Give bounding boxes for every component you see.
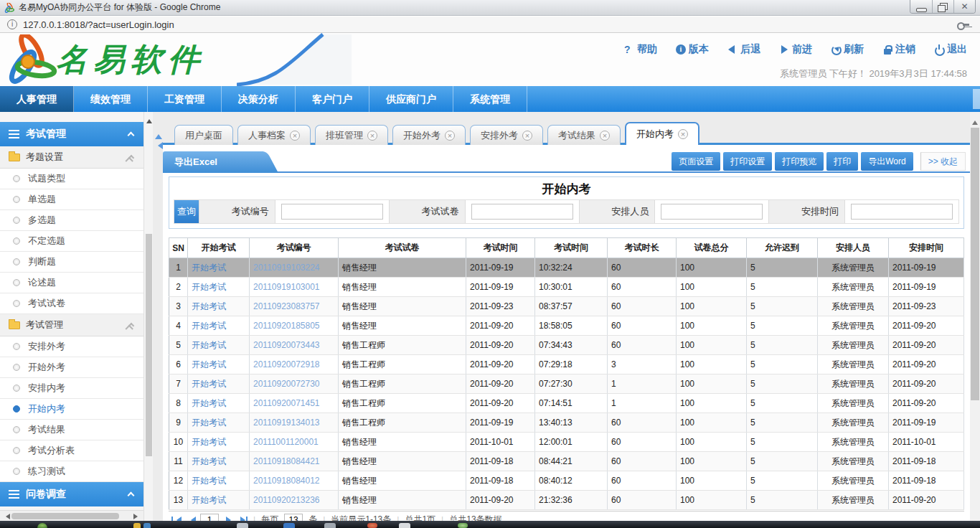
start-exam-link[interactable]: 开始考试 <box>192 456 226 466</box>
start-exam-link[interactable]: 开始考试 <box>192 418 226 428</box>
taskbar-icon[interactable] <box>283 523 295 528</box>
exam-no-link[interactable]: 20110918084012 <box>253 476 320 486</box>
start-exam-link[interactable]: 开始考试 <box>192 495 226 505</box>
sidebar-item[interactable]: 多选题 <box>0 210 143 231</box>
scroll-right-arrow-icon[interactable] <box>133 514 141 519</box>
sidebar-horizontal-scrollbar[interactable] <box>0 510 143 521</box>
tab-close-icon[interactable] <box>445 131 455 141</box>
table-row[interactable]: 2 开始考试 20110919103001 销售经理 2011-09-19 10… <box>169 278 964 297</box>
collapse-toolbar-button[interactable]: >> 收起 <box>920 152 966 171</box>
start-exam-link[interactable]: 开始考试 <box>192 263 226 273</box>
sidebar-item[interactable]: 考试管理 <box>0 122 143 146</box>
exit-link[interactable]: 退出 <box>934 43 967 56</box>
taskbar-icon[interactable] <box>458 523 468 528</box>
table-row[interactable]: 11 开始考试 20110918084421 销售经理 2011-09-18 0… <box>169 452 964 471</box>
sidebar-item[interactable]: 开始外考 <box>0 357 143 378</box>
exam-no-link[interactable]: 20110919134013 <box>253 418 320 428</box>
scrollbar-thumb[interactable] <box>11 513 119 519</box>
exam-no-link[interactable]: 20111001120001 <box>253 437 319 447</box>
start-exam-link[interactable]: 开始考试 <box>192 359 226 369</box>
nav-tab[interactable]: 系统管理 <box>453 86 527 112</box>
toolbar-button[interactable]: 打印设置 <box>723 152 772 171</box>
workspace-tab[interactable]: 用户桌面 <box>174 125 233 145</box>
forward-link[interactable]: 前进 <box>779 43 812 56</box>
panel-splitter[interactable] <box>153 112 163 521</box>
exam-no-link[interactable]: 20110920073443 <box>253 340 320 350</box>
scrollbar-thumb[interactable] <box>971 128 979 400</box>
sidebar-item[interactable]: 单选题 <box>0 189 143 210</box>
scroll-left-arrow-icon[interactable] <box>3 514 10 519</box>
tab-close-icon[interactable] <box>522 131 532 141</box>
exam-no-link[interactable]: 20110920185805 <box>253 321 320 331</box>
taskbar-icon[interactable] <box>399 523 410 528</box>
minimize-button[interactable] <box>910 0 932 13</box>
refresh-link[interactable]: 刷新 <box>831 43 864 56</box>
help-link[interactable]: 帮助 <box>624 43 657 56</box>
table-row[interactable]: 8 开始考试 20110920071451 销售工程师 2011-09-20 0… <box>169 394 964 413</box>
tab-close-icon[interactable] <box>290 131 300 141</box>
taskbar-icon[interactable] <box>367 523 377 528</box>
url-text[interactable]: 127.0.0.1:8018/?act=userLogin.login <box>23 19 174 30</box>
sidebar-item[interactable]: 安排内考 <box>0 378 143 399</box>
table-row[interactable]: 7 开始考试 20110920072730 销售工程师 2011-09-20 0… <box>169 374 964 394</box>
exam-no-link[interactable]: 20110920071451 <box>253 398 320 408</box>
table-row[interactable]: 3 开始考试 20110923083757 销售经理 2011-09-23 08… <box>169 297 964 316</box>
table-row[interactable]: 10 开始考试 20111001120001 销售经理 2011-10-01 1… <box>169 433 964 452</box>
sidebar-item[interactable]: 考试管理 <box>0 314 143 336</box>
nav-tab[interactable]: 绩效管理 <box>74 86 148 112</box>
search-button[interactable]: 查询 <box>174 200 199 223</box>
exam-no-link[interactable]: 20110918084421 <box>253 456 320 466</box>
page-vertical-scrollbar[interactable] <box>970 112 980 521</box>
chevron-up-icon[interactable] <box>128 492 135 499</box>
back-link[interactable]: 后退 <box>727 43 760 56</box>
scroll-up-arrow-icon[interactable] <box>146 116 152 123</box>
sidebar-item[interactable]: 考试试卷 <box>0 293 143 314</box>
table-row[interactable]: 12 开始考试 20110918084012 销售经理 2011-09-18 0… <box>169 471 964 491</box>
splitter-up-arrow-icon[interactable] <box>155 131 162 139</box>
workspace-tab[interactable]: 考试结果 <box>547 125 621 145</box>
chevron-up-icon[interactable] <box>128 132 135 139</box>
version-link[interactable]: 版本 <box>676 43 709 56</box>
tab-close-icon[interactable] <box>367 131 377 141</box>
exam-no-link[interactable]: 20110919103224 <box>253 263 320 273</box>
sidebar-item[interactable]: 开始内考 <box>0 399 143 420</box>
table-row[interactable]: 1 开始考试 20110919103224 销售经理 2011-09-19 10… <box>169 258 964 278</box>
workspace-tab[interactable]: 开始内考 <box>625 122 699 145</box>
restore-button[interactable] <box>932 0 953 13</box>
workspace-tab[interactable]: 安排外考 <box>470 125 543 145</box>
sidebar-item[interactable]: 不定选题 <box>0 231 143 252</box>
start-exam-link[interactable]: 开始考试 <box>192 340 226 350</box>
tab-close-icon[interactable] <box>678 129 688 139</box>
sidebar-item[interactable]: 考试分析表 <box>0 440 143 461</box>
toolbar-button[interactable]: 打印预览 <box>775 152 824 171</box>
start-exam-link[interactable]: 开始考试 <box>192 321 226 331</box>
workspace-tab[interactable]: 开始外考 <box>392 125 466 145</box>
toolbar-button[interactable]: 导出Word <box>861 152 913 171</box>
table-row[interactable]: 6 开始考试 20110920072918 销售工程师 2011-09-20 0… <box>169 355 964 374</box>
start-exam-link[interactable]: 开始考试 <box>192 282 226 292</box>
chevron-up-icon[interactable] <box>128 155 134 161</box>
search-input[interactable] <box>471 204 573 220</box>
sidebar-item[interactable]: 试题类型 <box>0 169 143 189</box>
taskbar-icon[interactable] <box>143 523 151 528</box>
sidebar-vertical-scrollbar[interactable] <box>143 112 153 521</box>
nav-tab[interactable]: 供应商门户 <box>369 86 453 112</box>
tab-close-icon[interactable] <box>600 131 610 141</box>
search-input[interactable] <box>851 204 953 220</box>
table-row[interactable]: 9 开始考试 20110919134013 销售工程师 2011-09-19 1… <box>169 413 964 433</box>
workspace-tab[interactable]: 排班管理 <box>315 125 388 145</box>
table-row[interactable]: 13 开始考试 20110920213236 销售经理 2011-09-20 2… <box>169 491 964 510</box>
taskbar-icon[interactable] <box>324 523 336 528</box>
nav-tab[interactable]: 客户门户 <box>296 86 369 112</box>
exam-no-link[interactable]: 20110923083757 <box>253 301 320 311</box>
start-exam-link[interactable]: 开始考试 <box>192 379 226 389</box>
workspace-tab[interactable]: 人事档案 <box>237 125 311 145</box>
exam-no-link[interactable]: 20110919103001 <box>253 282 320 292</box>
chevron-up-icon[interactable] <box>128 323 134 329</box>
sidebar-item[interactable]: 判断题 <box>0 252 143 273</box>
address-bar[interactable]: i 127.0.0.1:8018/?act=userLogin.login <box>0 16 980 33</box>
toolbar-button[interactable]: 打印 <box>826 152 858 171</box>
page-info-icon[interactable]: i <box>7 19 17 29</box>
start-exam-link[interactable]: 开始考试 <box>192 398 226 408</box>
taskbar-icon[interactable] <box>133 523 141 528</box>
